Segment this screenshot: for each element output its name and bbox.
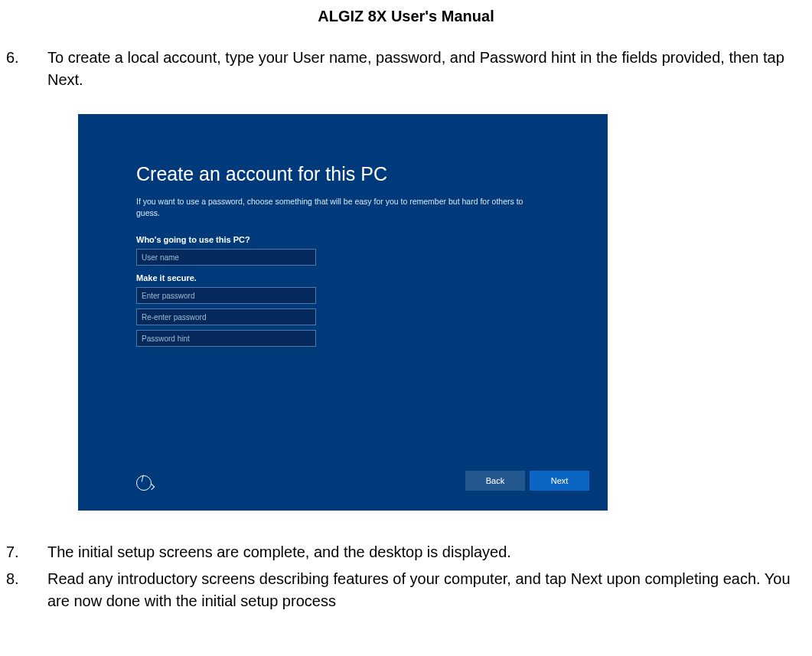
step-text: Read any introductory screens describing… <box>47 568 812 612</box>
password-hint-input[interactable]: Password hint <box>136 330 316 347</box>
setup-heading: Create an account for this PC <box>136 163 565 185</box>
step-text: To create a local account, type your Use… <box>47 47 812 91</box>
password-input[interactable]: Enter password <box>136 287 316 304</box>
reenter-password-input[interactable]: Re-enter password <box>136 308 316 325</box>
setup-subtext: If you want to use a password, choose so… <box>136 196 534 218</box>
step-8: 8. Read any introductory screens describ… <box>0 568 812 612</box>
screenshot-figure: Create an account for this PC If you wan… <box>78 114 812 511</box>
next-button[interactable]: Next <box>530 471 589 491</box>
step-number: 6. <box>0 47 47 91</box>
step-number: 8. <box>0 568 47 612</box>
step-number: 7. <box>0 541 47 563</box>
accessibility-icon[interactable] <box>136 475 152 491</box>
password-placeholder: Enter password <box>142 292 194 300</box>
password-hint-placeholder: Password hint <box>142 335 190 343</box>
step-7: 7. The initial setup screens are complet… <box>0 541 812 563</box>
document-title: ALGIZ 8X User's Manual <box>0 8 812 25</box>
step-6: 6. To create a local account, type your … <box>0 47 812 91</box>
back-button[interactable]: Back <box>465 471 525 491</box>
document-page: ALGIZ 8X User's Manual 6. To create a lo… <box>0 0 812 612</box>
windows-setup-screen: Create an account for this PC If you wan… <box>78 114 608 511</box>
setup-footer: Back Next <box>78 471 608 491</box>
setup-content: Create an account for this PC If you wan… <box>136 163 565 351</box>
button-row: Back Next <box>461 471 589 491</box>
username-label: Who's going to use this PC? <box>136 235 565 244</box>
username-input[interactable]: User name <box>136 249 316 266</box>
username-placeholder: User name <box>142 253 179 262</box>
reenter-password-placeholder: Re-enter password <box>142 313 206 321</box>
step-text: The initial setup screens are complete, … <box>47 541 812 563</box>
secure-label: Make it secure. <box>136 273 565 282</box>
